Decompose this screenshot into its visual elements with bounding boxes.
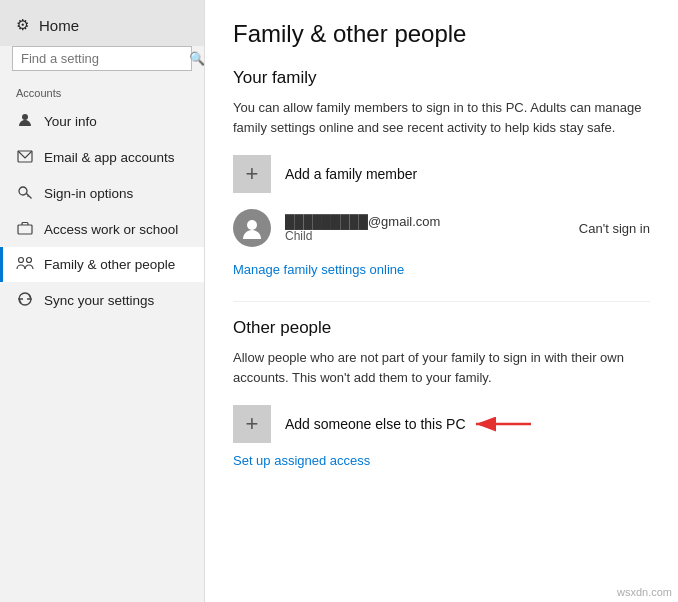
search-box[interactable]: 🔍 xyxy=(12,46,192,71)
other-people-section-title: Other people xyxy=(233,318,650,338)
manage-family-settings-link[interactable]: Manage family settings online xyxy=(233,262,404,277)
child-account-row: █████████@gmail.com Child Can't sign in xyxy=(233,209,650,247)
sidebar-home-label: Home xyxy=(39,17,79,34)
section-divider xyxy=(233,301,650,302)
family-icon xyxy=(16,256,34,273)
sidebar-item-email-app-accounts[interactable]: Email & app accounts xyxy=(0,140,204,175)
sidebar-item-sync-settings[interactable]: Sync your settings xyxy=(0,282,204,319)
sidebar-item-label-signin: Sign-in options xyxy=(44,186,133,201)
add-someone-plus-icon[interactable]: + xyxy=(233,405,271,443)
sidebar-home-button[interactable]: ⚙ Home xyxy=(0,0,204,46)
add-family-member-label: Add a family member xyxy=(285,166,417,182)
search-input[interactable] xyxy=(21,51,189,66)
sidebar-section-label: Accounts xyxy=(0,81,204,103)
sync-icon xyxy=(16,291,34,310)
set-up-assigned-access-link[interactable]: Set up assigned access xyxy=(233,453,370,468)
svg-point-4 xyxy=(19,258,24,263)
page-title: Family & other people xyxy=(233,20,650,48)
sidebar-item-sign-in-options[interactable]: Sign-in options xyxy=(0,175,204,212)
red-arrow-annotation xyxy=(466,409,536,439)
sidebar-item-label-your-info: Your info xyxy=(44,114,97,129)
other-people-description: Allow people who are not part of your fa… xyxy=(233,348,650,387)
add-someone-else-button[interactable]: + Add someone else to this PC xyxy=(233,405,466,443)
child-info: █████████@gmail.com Child xyxy=(285,214,565,243)
sidebar-item-label-family: Family & other people xyxy=(44,257,175,272)
sidebar-item-label-email: Email & app accounts xyxy=(44,150,175,165)
search-icon: 🔍 xyxy=(189,51,205,66)
add-someone-label: Add someone else to this PC xyxy=(285,416,466,432)
your-info-icon xyxy=(16,112,34,131)
svg-point-0 xyxy=(22,114,28,120)
briefcase-icon xyxy=(16,221,34,238)
family-description: You can allow family members to sign in … xyxy=(233,98,650,137)
child-avatar xyxy=(233,209,271,247)
main-content: Family & other people Your family You ca… xyxy=(205,0,678,602)
sidebar-item-label-sync: Sync your settings xyxy=(44,293,154,308)
svg-point-6 xyxy=(247,220,257,230)
watermark: wsxdn.com xyxy=(617,586,672,598)
cant-sign-in-status: Can't sign in xyxy=(579,221,650,236)
svg-point-2 xyxy=(19,187,27,195)
home-icon: ⚙ xyxy=(16,16,29,34)
sidebar-item-access-work-school[interactable]: Access work or school xyxy=(0,212,204,247)
sidebar-item-family-other-people[interactable]: Family & other people xyxy=(0,247,204,282)
svg-rect-3 xyxy=(18,225,32,234)
sidebar-item-label-work: Access work or school xyxy=(44,222,178,237)
child-label: Child xyxy=(285,229,565,243)
your-family-section-title: Your family xyxy=(233,68,650,88)
key-icon xyxy=(16,184,34,203)
sidebar-item-your-info[interactable]: Your info xyxy=(0,103,204,140)
add-family-member-button[interactable]: + Add a family member xyxy=(233,155,650,193)
svg-point-5 xyxy=(27,258,32,263)
add-family-plus-icon[interactable]: + xyxy=(233,155,271,193)
sidebar: ⚙ Home 🔍 Accounts Your info Email & app … xyxy=(0,0,205,602)
email-icon xyxy=(16,149,34,166)
child-email: █████████@gmail.com xyxy=(285,214,565,229)
